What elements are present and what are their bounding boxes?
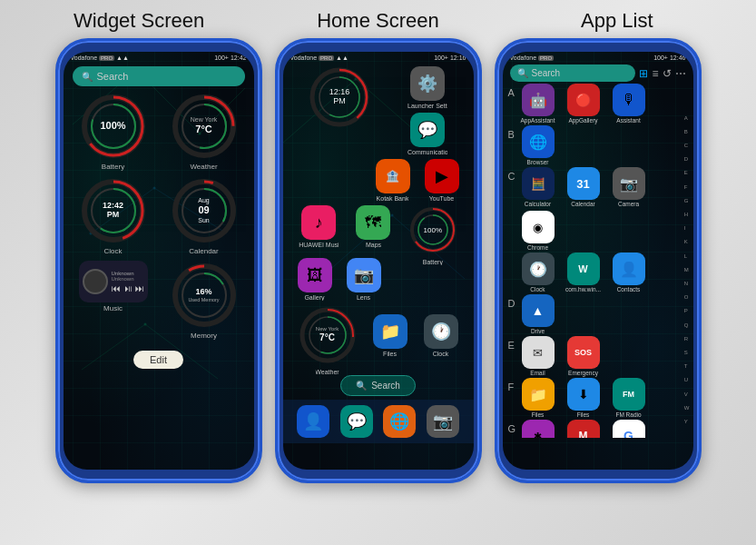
app-comhw[interactable]: W com.hw.win...	[563, 253, 604, 292]
app-contacts[interactable]: 👤 Contacts	[608, 253, 650, 292]
more-icon[interactable]: ⋯	[675, 67, 686, 80]
app-gmail[interactable]: M Gmail	[563, 420, 604, 438]
lens-item[interactable]: 📷 Lens	[347, 258, 381, 301]
widget-grid: 100% Battery	[64, 92, 254, 340]
edit-button[interactable]: Edit	[133, 351, 183, 369]
applist-view-controls: ⊞ ≡ ↺ ⋯	[639, 67, 685, 80]
emergency-label: Emergency	[568, 370, 598, 376]
weather-circle: New York 7°C	[170, 92, 239, 161]
launcher-icon: ⚙️	[410, 66, 445, 101]
alpha-i[interactable]: I	[684, 225, 690, 231]
alpha-g[interactable]: G	[684, 198, 690, 203]
alpha-s[interactable]: S	[684, 350, 690, 355]
home-search-text: Search	[371, 381, 400, 391]
gallery-item[interactable]: 🖼 Gallery	[298, 258, 332, 301]
app-gallery-g[interactable]: ✱ Gallery	[517, 420, 559, 438]
prev-btn[interactable]: ⏮	[112, 283, 121, 293]
applist-scroll[interactable]: A 🤖 AppAssistant 🔴 AppGallery	[503, 84, 693, 438]
music-disc	[83, 269, 108, 294]
next-btn[interactable]: ⏭	[135, 283, 144, 293]
youtube-item[interactable]: ▶ YouTube	[425, 159, 459, 202]
alpha-u[interactable]: U	[684, 377, 690, 382]
grid-icon[interactable]: ⊞	[639, 67, 648, 80]
alpha-c[interactable]: C	[684, 143, 690, 148]
edit-area: Edit	[64, 345, 254, 369]
launcher-label: Launcher Settin...	[407, 103, 447, 109]
app-clock[interactable]: 🕐 Clock	[517, 253, 559, 292]
files-item[interactable]: 📁 Files	[373, 314, 407, 357]
app-calendar[interactable]: 31 Calendar	[563, 167, 604, 207]
app-calculator[interactable]: 🧮 Calculator	[517, 167, 559, 207]
list-icon[interactable]: ≡	[652, 67, 658, 80]
app-emergency[interactable]: SOS Emergency	[563, 336, 604, 376]
alpha-m[interactable]: M	[684, 267, 690, 272]
applist-search-bar[interactable]: 🔍 Search	[510, 64, 636, 82]
alpha-w[interactable]: W	[684, 405, 690, 411]
alpha-n[interactable]: N	[684, 281, 690, 286]
alpha-r[interactable]: R	[684, 336, 690, 342]
maps-item[interactable]: 🗺 Maps	[356, 205, 390, 254]
lens-icon: 📷	[347, 258, 381, 292]
dock-browser[interactable]: 🌐	[383, 405, 416, 438]
app-files-yellow[interactable]: 📁 Files	[517, 378, 559, 418]
play-btn[interactable]: ⏯	[123, 283, 133, 293]
home-clock-widget: 12:16PM	[309, 66, 370, 128]
app-drive[interactable]: ▲ Drive	[517, 294, 559, 334]
alpha-o[interactable]: O	[684, 294, 690, 300]
home-search-bar[interactable]: 🔍 Search	[340, 375, 416, 396]
fmradio-label: FM Radio	[615, 411, 641, 418]
app-appgallery[interactable]: 🔴 AppGallery	[563, 84, 604, 124]
clock-label: Clock	[103, 247, 122, 255]
huawei-music-item[interactable]: ♪ HUAWEI Music	[299, 205, 339, 254]
youtube-icon: ▶	[425, 159, 459, 193]
app-camera[interactable]: 📷 Camera	[608, 167, 650, 207]
home-launcher-item[interactable]: ⚙️ Launcher Settin...	[407, 66, 447, 109]
alpha-d[interactable]: D	[684, 156, 690, 162]
applist-pro-badge: PRO	[538, 55, 554, 61]
battery-widget-item: 100% Battery	[71, 92, 156, 171]
battery-value: 100%	[100, 120, 125, 132]
dock-camera[interactable]: 📷	[427, 405, 459, 438]
comm-icon: 💬	[410, 113, 445, 147]
alpha-t[interactable]: T	[684, 363, 690, 369]
home-signal: ▲▲	[336, 54, 349, 61]
headers-row: Widget Screen Home Screen App List	[20, 9, 737, 33]
music-controls: ⏮ ⏯ ⏭	[112, 283, 144, 293]
alpha-index[interactable]: A B C D E F G H I K L M N O P	[684, 111, 690, 429]
weather-label: Weather	[190, 163, 217, 171]
app-email[interactable]: ✉ Email	[517, 336, 559, 376]
page-wrapper: Widget Screen Home Screen App List	[0, 0, 756, 545]
weather-value: New York 7°C	[191, 116, 218, 136]
home-battery-status: 100+	[434, 54, 448, 61]
app-appassistant[interactable]: 🤖 AppAssistant	[517, 84, 559, 124]
section-c: C 🧮 Calculator 31 Calendar 📷	[503, 167, 693, 253]
alpha-l[interactable]: L	[684, 253, 690, 259]
alpha-a[interactable]: A	[684, 115, 690, 121]
dock-messages[interactable]: 💬	[340, 405, 373, 438]
files-blue-label: Files	[577, 411, 590, 418]
app-files-blue[interactable]: ⬇ Files	[563, 378, 604, 418]
home-clock-item[interactable]: 🕐 Clock	[424, 314, 458, 357]
alpha-v[interactable]: V	[684, 391, 690, 397]
alpha-b[interactable]: B	[684, 129, 690, 134]
app-chrome[interactable]: ◉ Chrome	[517, 211, 559, 251]
alpha-f[interactable]: F	[684, 184, 690, 190]
app-fmradio[interactable]: FM FM Radio	[608, 378, 650, 418]
alpha-q[interactable]: Q	[684, 322, 690, 328]
home-comm-item[interactable]: 💬 Communication	[407, 113, 447, 155]
app-assistant[interactable]: 🎙 Assistant	[608, 84, 650, 124]
alpha-p[interactable]: P	[684, 308, 690, 313]
applist-search-icon: 🔍	[517, 68, 528, 78]
home-status-right: 100+ 12:16	[434, 54, 466, 61]
app-browser[interactable]: 🌐 Browser	[517, 125, 559, 165]
dock-contacts[interactable]: 👤	[297, 405, 329, 438]
widget-search-bar[interactable]: 🔍 Search	[73, 66, 245, 86]
app-google[interactable]: G Google	[608, 420, 650, 438]
refresh-icon[interactable]: ↺	[663, 67, 672, 80]
alpha-k[interactable]: K	[684, 239, 690, 244]
home-time: 12:16	[450, 54, 466, 61]
kotak-item[interactable]: 🏦 Kotak Bank	[376, 159, 410, 202]
alpha-y[interactable]: Y	[684, 419, 690, 424]
alpha-h[interactable]: H	[684, 212, 690, 217]
alpha-e[interactable]: E	[684, 170, 690, 175]
